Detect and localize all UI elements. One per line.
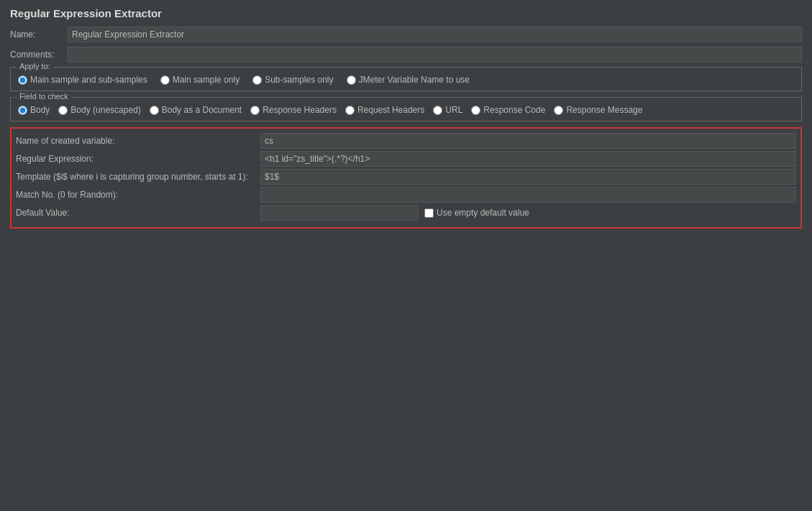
- name-input[interactable]: [68, 27, 802, 42]
- radio-main-only[interactable]: Main sample only: [160, 75, 240, 85]
- panel-title: Regular Expression Extractor: [10, 7, 802, 19]
- radio-sub-only[interactable]: Sub-samples only: [252, 75, 333, 85]
- field-check-title: Field to check: [17, 92, 71, 101]
- template-label: Template ($i$ where i is capturing group…: [16, 172, 260, 182]
- radio-jmeter-var-label: JMeter Variable Name to use: [359, 75, 470, 85]
- var-name-label: Name of created variable:: [16, 136, 260, 146]
- apply-to-group: Apply to: Main sample and sub-samples Ma…: [10, 67, 802, 91]
- radio-response-code-label: Response Code: [483, 105, 545, 115]
- template-input[interactable]: [260, 169, 796, 185]
- regex-label: Regular Expression:: [16, 154, 260, 164]
- match-no-label: Match No. (0 for Random):: [16, 190, 260, 200]
- match-no-input[interactable]: [260, 187, 796, 203]
- use-empty-label: Use empty default value: [437, 208, 529, 218]
- radio-body-doc-label: Body as a Document: [162, 105, 242, 115]
- default-row: Default Value: Use empty default value: [16, 205, 796, 221]
- name-label: Name:: [10, 29, 68, 40]
- comments-input[interactable]: [68, 47, 802, 63]
- use-empty-option[interactable]: Use empty default value: [424, 208, 529, 218]
- default-label: Default Value:: [16, 208, 260, 218]
- radio-response-code[interactable]: Response Code: [471, 105, 545, 115]
- radio-request-headers[interactable]: Request Headers: [345, 105, 424, 115]
- radio-body-label: Body: [30, 105, 50, 115]
- default-row-inputs: Use empty default value: [260, 205, 796, 221]
- radio-response-headers[interactable]: Response Headers: [250, 105, 337, 115]
- radio-jmeter-var[interactable]: JMeter Variable Name to use: [347, 75, 470, 85]
- radio-request-headers-label: Request Headers: [357, 105, 424, 115]
- radio-response-message[interactable]: Response Message: [554, 105, 642, 115]
- field-check-radio-group: Body Body (unescaped) Body as a Document…: [18, 102, 794, 115]
- default-value-input[interactable]: [260, 205, 419, 221]
- radio-body-unescaped-label: Body (unescaped): [70, 105, 140, 115]
- content-area: Name of created variable: Regular Expres…: [10, 127, 802, 229]
- radio-url[interactable]: URL: [433, 105, 462, 115]
- var-name-input[interactable]: [260, 133, 796, 149]
- radio-main-sub[interactable]: Main sample and sub-samples: [18, 75, 147, 85]
- radio-url-label: URL: [445, 105, 462, 115]
- radio-response-headers-label: Response Headers: [263, 105, 337, 115]
- comments-row: Comments:: [10, 47, 802, 63]
- use-empty-checkbox[interactable]: [424, 208, 434, 218]
- radio-sub-only-label: Sub-samples only: [265, 75, 333, 85]
- radio-main-sub-label: Main sample and sub-samples: [30, 75, 147, 85]
- match-no-row: Match No. (0 for Random):: [16, 187, 796, 203]
- field-check-group: Field to check Body Body (unescaped) Bod…: [10, 97, 802, 121]
- name-row: Name:: [10, 27, 802, 42]
- apply-to-title: Apply to:: [17, 62, 53, 70]
- comments-label: Comments:: [10, 50, 68, 60]
- radio-body[interactable]: Body: [18, 105, 50, 115]
- apply-to-radio-group: Main sample and sub-samples Main sample …: [18, 72, 794, 85]
- main-panel: Regular Expression Extractor Name: Comme…: [0, 0, 812, 511]
- radio-main-only-label: Main sample only: [173, 75, 240, 85]
- var-name-row: Name of created variable:: [16, 133, 796, 149]
- regex-input[interactable]: [260, 151, 796, 167]
- radio-body-unescaped[interactable]: Body (unescaped): [58, 105, 140, 115]
- radio-response-message-label: Response Message: [566, 105, 642, 115]
- regex-row: Regular Expression:: [16, 151, 796, 167]
- radio-body-doc[interactable]: Body as a Document: [150, 105, 242, 115]
- template-row: Template ($i$ where i is capturing group…: [16, 169, 796, 185]
